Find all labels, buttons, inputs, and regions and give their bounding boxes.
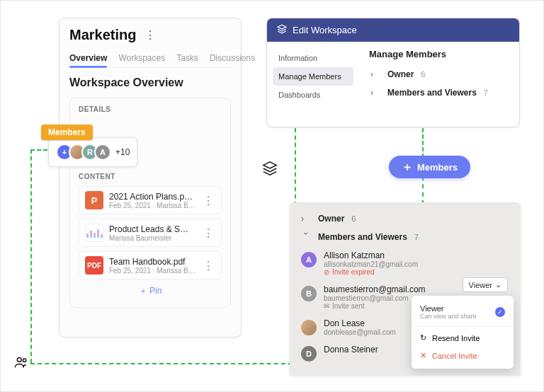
plus-icon: ＋ — [402, 161, 413, 173]
layers-icon — [262, 161, 278, 179]
chevron-right-icon: › — [301, 214, 311, 224]
avatar: D — [301, 346, 317, 362]
edit-workspace-card: Edit Workspace Information Manage Member… — [266, 18, 520, 127]
extra-members-count: +10 — [115, 147, 130, 157]
edit-sidebar: Information Manage Members Dashboards — [267, 42, 359, 126]
connector — [422, 128, 424, 158]
plus-icon: ＋ — [139, 286, 147, 296]
tab-workspaces[interactable]: Workspaces — [118, 49, 165, 67]
refresh-icon: ↻ — [420, 333, 426, 342]
file-kebab-icon[interactable]: ⋮ — [201, 259, 215, 272]
check-icon: ✓ — [495, 307, 505, 317]
chevron-right-icon: › — [370, 88, 380, 98]
avatar — [301, 320, 317, 335]
details-label: DETAILS — [79, 105, 222, 113]
member-email: allisonkatzman21@gmail.com — [324, 260, 509, 268]
connector — [422, 176, 424, 204]
member-row[interactable]: A Allison Katzman allisonkatzman21@gmail… — [301, 246, 509, 280]
chevron-right-icon: › — [370, 69, 380, 79]
file-name: Team Handbook.pdf — [109, 257, 196, 267]
file-kebab-icon[interactable]: ⋮ — [201, 194, 215, 207]
member-name: Allison Katzman — [324, 250, 509, 260]
file-row[interactable]: Product Leads & S… Marissa Baumeister ⋮ — [79, 219, 222, 247]
owner-row[interactable]: › Owner 6 — [301, 209, 509, 228]
connector — [30, 149, 32, 363]
chart-embed-icon — [85, 224, 103, 242]
sidebar-item-information[interactable]: Information — [273, 49, 353, 67]
file-row[interactable]: P 2021 Action Plans.pptx Feb 25, 2021 · … — [79, 186, 222, 214]
members-summary[interactable]: + R A +10 — [48, 137, 137, 167]
file-row[interactable]: PDF Team Handbook.pdf Feb 25, 2021 · Mar… — [79, 251, 222, 279]
chevron-down-icon: ⌄ — [495, 280, 502, 289]
workspace-tabs: Overview Workspaces Tasks Discussions — [69, 49, 231, 68]
powerpoint-icon: P — [85, 191, 103, 209]
svg-marker-0 — [278, 25, 286, 29]
manage-members-heading: Manage Members — [369, 49, 509, 59]
invite-status: ⊘Invite expired — [324, 268, 509, 276]
content-label: CONTENT — [79, 173, 222, 180]
details-card: DETAILS CONTENT P 2021 Action Plans.pptx… — [69, 98, 231, 308]
cancel-invite-button[interactable]: ✕ Cancel Invite — [412, 347, 514, 364]
members-viewers-row[interactable]: › Members and Viewers 7 — [301, 228, 509, 246]
people-icon — [13, 354, 29, 373]
svg-point-3 — [23, 359, 26, 362]
sidebar-item-manage-members[interactable]: Manage Members — [273, 67, 353, 86]
close-icon: ✕ — [420, 351, 426, 360]
add-members-button[interactable]: ＋ Members — [389, 156, 470, 178]
chevron-down-icon: › — [301, 232, 311, 242]
divider — [412, 326, 514, 327]
workspace-card: Marketing ⋮ Overview Workspaces Tasks Di… — [59, 18, 242, 338]
clock-icon: ⊘ — [324, 268, 329, 276]
file-meta: Feb 25, 2021 · Marissa Baum… — [109, 202, 196, 209]
svg-marker-1 — [264, 162, 276, 168]
resend-invite-button[interactable]: ↻ Resend Invite — [412, 329, 514, 347]
file-name: 2021 Action Plans.pptx — [109, 192, 196, 202]
avatar: B — [301, 286, 317, 301]
role-popover: Viewer Can view and share ✓ ↻ Resend Inv… — [412, 296, 514, 369]
svg-point-2 — [17, 357, 21, 362]
workspace-menu-kebab-icon[interactable]: ⋮ — [142, 30, 159, 41]
mail-icon: ✉ — [324, 302, 329, 310]
role-select[interactable]: Viewer ⌄ — [463, 277, 508, 292]
file-name: Product Leads & S… — [109, 224, 196, 234]
pdf-icon: PDF — [85, 256, 103, 275]
owner-row[interactable]: › Owner 6 — [369, 65, 509, 83]
file-meta: Feb 25, 2021 · Marissa Baum… — [109, 267, 196, 275]
tab-overview[interactable]: Overview — [69, 49, 107, 67]
members-viewers-row[interactable]: › Members and Viewers 7 — [369, 83, 509, 102]
tab-discussions[interactable]: Discussions — [210, 49, 255, 67]
file-meta: Marissa Baumeister — [109, 234, 196, 242]
layers-icon — [277, 24, 287, 36]
connector — [30, 149, 47, 151]
overview-heading: Workspace Overview — [60, 68, 241, 98]
connector — [295, 128, 296, 206]
connector — [30, 363, 293, 364]
avatar: A — [301, 252, 317, 267]
file-kebab-icon[interactable]: ⋮ — [201, 226, 215, 240]
edit-workspace-title: Edit Workspace — [293, 25, 357, 35]
sidebar-item-dashboards[interactable]: Dashboards — [273, 86, 353, 104]
role-option-viewer[interactable]: Viewer Can view and share ✓ — [412, 300, 514, 324]
avatar: A — [94, 144, 111, 161]
manage-members-panel: › Owner 6 › Members and Viewers 7 A Alli… — [290, 202, 521, 376]
workspace-title: Marketing — [69, 27, 136, 43]
pin-button[interactable]: ＋ Pin — [79, 285, 222, 297]
members-tag: Members — [41, 125, 93, 140]
tab-tasks[interactable]: Tasks — [176, 49, 198, 67]
